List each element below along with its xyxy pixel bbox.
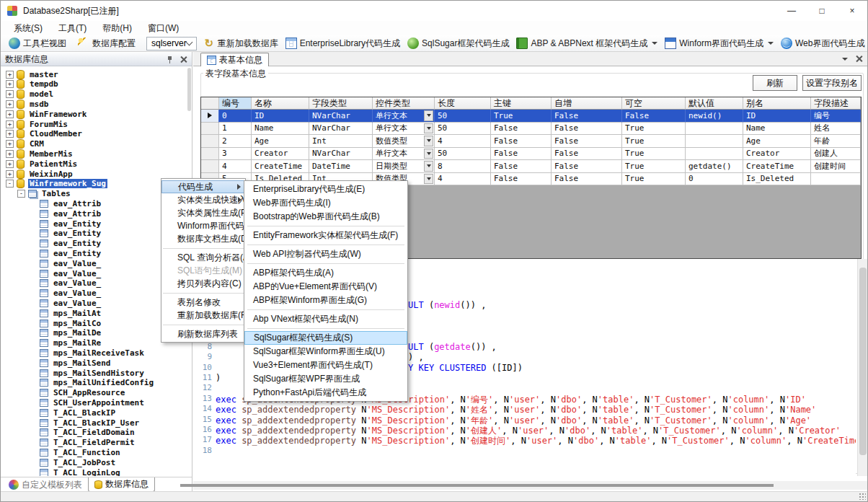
tree-table-item[interactable]: mps_MailDe (1, 328, 102, 338)
tree-table-item[interactable]: mps_MailSendHistory (1, 368, 146, 378)
grid-cell[interactable] (686, 148, 743, 161)
tree-table-item[interactable]: eav_Value_ (1, 278, 102, 289)
grid-column-header[interactable]: 主键 (491, 97, 552, 110)
dropdown-arrow-icon[interactable] (652, 42, 657, 45)
grid-row-header[interactable] (201, 123, 219, 136)
submenu-item[interactable]: Abp VNext框架代码生成(N) (244, 312, 407, 326)
tree-database-item[interactable]: +CRM (1, 139, 45, 149)
toolbar-web-button[interactable]: Web界面代码生成 (777, 36, 868, 51)
toolbar-enterpriselibrary-button[interactable]: EnterpriseLibrary代码生成 (282, 36, 404, 51)
context-menu-item[interactable]: 表别名修改 (161, 296, 245, 309)
menu-window[interactable]: 窗口(W) (141, 21, 186, 36)
grid-column-header[interactable]: 默认值 (686, 97, 743, 110)
tree-table-item[interactable]: eav_Entity (1, 229, 102, 239)
tree-table-item[interactable]: eav_Entity (1, 219, 102, 229)
context-menu-item[interactable]: 数据库文档生成(D) (161, 232, 245, 245)
grid-cell[interactable]: 2 (219, 135, 252, 148)
context-menu-item[interactable]: SQL语句生成(M) (161, 264, 245, 277)
tree-table-item[interactable]: SCH_AppResource (1, 388, 126, 398)
grid-cell[interactable]: 单行文本 (373, 123, 435, 136)
grid-row-header[interactable] (201, 160, 219, 173)
tree-table-item[interactable]: eav_Attrib (1, 198, 102, 208)
dropdown-button[interactable] (424, 174, 433, 185)
submenu-item[interactable]: SqlSugar框架Winform界面生成(U) (244, 345, 407, 358)
grid-cell[interactable]: 数值类型 (373, 135, 435, 148)
tree-database-item[interactable]: +CloudMember (1, 129, 84, 139)
submenu-item[interactable]: Bootstrap的Web界面代码生成(B) (244, 210, 407, 224)
dropdown-button[interactable] (424, 161, 433, 172)
tree-table-item[interactable]: mps_MailCo (1, 318, 102, 328)
tree-table-item[interactable]: T_ACL_BlackIP_User (1, 418, 141, 428)
grid-cell[interactable]: 8 (435, 160, 491, 173)
tab-custom-templates[interactable]: 自定义模板列表 (3, 477, 88, 492)
grid-column-header[interactable]: 控件类型 (373, 97, 435, 110)
tree-tables-node[interactable]: -Tables (1, 189, 72, 199)
expand-icon[interactable]: + (6, 80, 14, 88)
tree-table-item[interactable]: SCH_UserAppointment (1, 397, 146, 408)
grid-column-header[interactable]: 名称 (252, 97, 309, 110)
tree-table-item[interactable]: eav_Entity (1, 239, 102, 249)
grid-cell[interactable]: Int (309, 135, 373, 148)
grid-cell[interactable]: Creator (743, 148, 811, 161)
grid-cell[interactable]: 单行文本 (373, 148, 435, 161)
submenu-item[interactable]: EnterpriseLibrary代码生成(E) (244, 182, 407, 196)
grid-cell[interactable]: True (622, 123, 686, 136)
grid-cell[interactable]: True (622, 148, 686, 161)
expand-icon[interactable]: + (6, 150, 14, 158)
grid-cell[interactable]: 1 (219, 123, 252, 136)
tree-database-item[interactable]: +ForumMis (1, 119, 69, 129)
grid-cell[interactable]: 编号 (811, 110, 861, 123)
grid-cell[interactable]: Is_Deleted (743, 173, 811, 186)
submenu-item[interactable]: ABP的Vue+Element界面代码(V) (244, 280, 407, 294)
grid-cell[interactable]: 姓名 (811, 123, 861, 136)
context-menu-item[interactable]: 拷贝列表内容(C) (161, 277, 245, 290)
grid-cell[interactable]: Age (743, 135, 811, 148)
context-menu-item[interactable]: 重新加载数据库(R) (161, 309, 245, 322)
grid-cell[interactable]: Name (743, 123, 811, 136)
resize-grip[interactable] (859, 493, 866, 500)
grid-cell[interactable]: True (491, 110, 552, 123)
expand-icon[interactable]: + (6, 100, 14, 108)
submenu-item[interactable]: Python+FastApi后端代码生成 (244, 386, 407, 400)
grid-cell[interactable]: getdate() (686, 160, 743, 173)
grid-cell[interactable]: False (491, 148, 552, 161)
tree-table-item[interactable]: mps_MailSend (1, 358, 112, 368)
grid-cell[interactable]: Age (252, 135, 309, 148)
dropdown-button[interactable] (424, 149, 433, 159)
expand-icon[interactable]: + (6, 140, 14, 148)
tree-table-item[interactable]: eav_Value_ (1, 289, 102, 299)
grid-cell[interactable]: ID (252, 110, 309, 123)
expand-icon[interactable]: + (6, 160, 14, 168)
grid-column-header[interactable]: 字段描述 (811, 97, 861, 110)
maximize-button[interactable]: □ (807, 1, 837, 21)
close-tab-icon[interactable] (855, 55, 863, 63)
submenu-item[interactable]: Vue3+Element界面代码生成(T) (244, 358, 407, 372)
submenu-item[interactable]: Web API控制器代码生成(W) (244, 247, 407, 261)
tree-database-item[interactable]: +master (1, 69, 60, 79)
tree-table-item[interactable]: T_ACL_FieldPermit (1, 438, 136, 448)
tab-table-basic-info[interactable]: 表基本信息 (200, 53, 269, 66)
grid-cell[interactable]: 50 (435, 148, 491, 161)
dropdown-button[interactable] (424, 136, 433, 146)
toolbar-db-config-button[interactable]: 数据库配置 (74, 36, 139, 51)
grid-row-header[interactable] (201, 135, 219, 148)
grid-column-header[interactable]: 长度 (435, 97, 491, 110)
tree-table-item[interactable]: mps_MailAt (1, 308, 102, 318)
grid-cell[interactable]: Name (252, 123, 309, 136)
tree-table-item[interactable]: eav_Value_ (1, 258, 102, 268)
collapse-icon[interactable]: - (6, 180, 14, 188)
grid-column-header[interactable]: 编号 (219, 97, 252, 110)
grid-cell[interactable]: 4 (219, 160, 252, 173)
context-menu-item[interactable]: 实体类生成快速入口 (161, 193, 245, 206)
expand-icon[interactable]: + (6, 90, 14, 98)
tree-database-item[interactable]: +model (1, 89, 55, 100)
grid-column-header[interactable]: 字段类型 (309, 97, 373, 110)
tree-database-item[interactable]: +tempdb (1, 79, 60, 89)
tree-database-item[interactable]: +WeixinApp (1, 169, 74, 179)
grid-cell[interactable]: True (622, 135, 686, 148)
grid-cell[interactable]: False (552, 173, 622, 186)
grid-cell[interactable]: 3 (219, 148, 252, 161)
tab-database-info[interactable]: 数据库信息 (88, 477, 155, 492)
tree-table-item[interactable]: eav_Attrib (1, 208, 102, 219)
grid-cell[interactable]: False (491, 123, 552, 136)
